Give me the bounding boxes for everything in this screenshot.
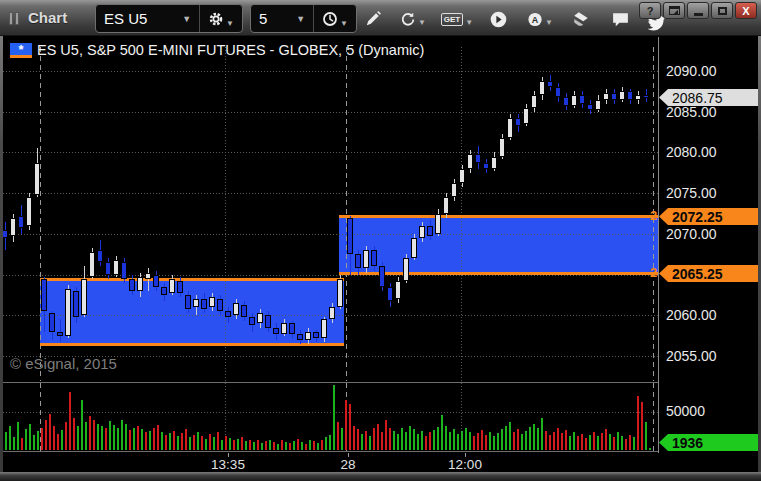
volume-bar [485,435,487,450]
help-label: ? [647,5,654,17]
volume-bar [445,426,447,450]
symbol-settings-button[interactable]: ▼ [199,5,242,32]
price-pane[interactable]: * ES U5, S&P 500 E-MINI FUTURES - GLOBEX… [3,37,658,381]
volume-bar [377,424,379,450]
zone-upper-value: 2072.25 [672,209,723,225]
candle-body [273,328,279,334]
volume-bar [509,422,511,450]
candle-body [635,95,641,100]
replay-button[interactable] [485,7,511,31]
candle-body [217,299,223,311]
volume-bar [165,435,167,450]
time-template-button[interactable]: ▼ [313,5,356,32]
volume-bar [241,437,243,450]
window-border-bottom[interactable] [0,472,761,481]
volume-bar [277,444,279,450]
candle-body [81,279,87,315]
volume-bar [177,436,179,450]
volume-bar [45,420,47,450]
symbol-badge[interactable]: * [10,43,32,58]
dock-button[interactable] [663,2,685,19]
volume-bar [133,428,135,450]
interval-combo[interactable]: 5 ▼ ▼ [250,4,357,33]
candle-body [475,154,481,163]
volume-bar [305,444,307,450]
volume-pane[interactable] [3,382,658,452]
candle-wick [148,268,149,291]
volume-bar [365,431,367,450]
volume-bar [25,429,27,450]
minimize-button[interactable] [687,2,709,19]
volume-bar [453,429,455,450]
chevron-down-icon: ▼ [182,14,191,24]
session-gridline [225,47,226,381]
candle-body [571,95,577,106]
draw-tool-button[interactable] [360,7,386,31]
volume-bar [633,437,635,450]
gear-icon [208,11,224,27]
volume-bar [649,448,651,450]
price-tick-label: 2090.00 [666,63,717,79]
symbol-select[interactable]: ES U5 ▼ [96,5,199,32]
candle-body [257,313,263,323]
volume-bar [297,439,299,450]
volume-bar [329,435,331,450]
volume-bar [457,434,459,450]
volume-bar [9,426,11,450]
volume-bar [97,424,99,450]
pencil-icon [364,10,382,28]
refresh-icon [400,10,416,29]
volume-bar [289,443,291,450]
volume-bar [489,432,491,450]
candle-body [643,95,649,98]
time-axis[interactable]: Dyn 13:352812:00 [3,453,658,472]
volume-bar [285,442,287,450]
candle-body [113,260,119,275]
window-controls: ? X [637,2,757,19]
price-tick-label: 2085.00 [666,104,717,120]
candle-body [185,295,191,309]
candle-body [201,299,207,309]
zone-border-line [339,272,658,275]
volume-bar [105,428,107,450]
volume-bar [261,443,263,450]
volume-bar [121,420,123,450]
reload-button[interactable]: ▼ [400,7,426,31]
symbol-combo[interactable]: ES U5 ▼ ▼ [95,4,243,33]
close-button[interactable]: X [735,2,757,19]
a-circle-icon: A [527,10,543,29]
window-grip-icon[interactable] [9,11,23,24]
get-data-button[interactable]: GET ▼ [440,7,474,31]
volume-bar [237,439,239,450]
candle-body [619,91,625,100]
comment-button[interactable] [607,7,633,31]
candle-body [241,305,247,317]
candle-body [435,214,441,234]
volume-bar [621,436,623,450]
volume-bar [201,436,203,450]
volume-bar [149,431,151,450]
candle-body [105,262,111,275]
candle-body [281,323,287,334]
maximize-button[interactable] [711,2,733,19]
volume-bar [425,436,427,450]
candle-body [18,216,24,228]
price-tick-label: 2080.00 [666,144,717,160]
eraser-button[interactable] [568,7,594,31]
eraser-icon [572,10,590,28]
volume-bar [333,385,335,450]
volume-bar [565,430,567,450]
volume-bar [373,428,375,450]
volume-bar [361,434,363,450]
volume-bar [193,435,195,450]
volume-bar [409,426,411,450]
auto-trade-button[interactable]: A ▼ [527,7,553,31]
price-axis[interactable]: 2086.75 2072.25 2065.25 1936 2090.002085… [658,37,758,453]
candle-body [379,266,385,287]
candle-body [347,218,353,254]
interval-select[interactable]: 5 ▼ [251,5,313,32]
candle-body [305,332,311,340]
chevron-down-icon: ▼ [418,18,426,27]
help-button[interactable]: ? [639,2,661,19]
volume-bar [157,425,159,450]
